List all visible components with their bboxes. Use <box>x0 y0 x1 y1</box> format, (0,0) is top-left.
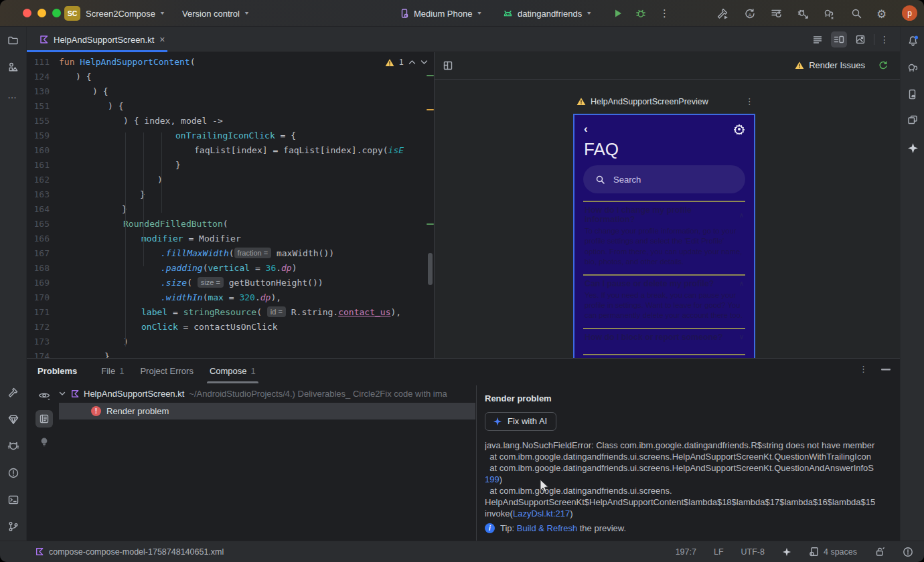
debug-button[interactable] <box>635 7 647 19</box>
code-line[interactable]: 155) { index, model -> <box>27 114 434 128</box>
tab-file[interactable]: File1 <box>101 359 124 383</box>
phone-preview-frame[interactable]: ‹ FAQ Search How do I change my profile … <box>573 114 755 358</box>
hide-panel-icon[interactable] <box>881 368 891 371</box>
run-configuration-selector[interactable]: datingandfriends▼ <box>502 0 592 27</box>
code-line[interactable]: 124) { <box>27 70 434 84</box>
indent-config[interactable]: 4 spaces <box>809 547 857 557</box>
tip-text[interactable]: Tip: Build & Refresh the preview. <box>500 523 626 533</box>
gradle-elephant-icon[interactable] <box>907 62 919 74</box>
editor-options-menu[interactable]: ⋮ <box>880 34 889 45</box>
close-tab-icon[interactable]: × <box>159 34 165 45</box>
window-minimize-button[interactable] <box>37 9 46 17</box>
running-devices-icon[interactable] <box>907 88 919 100</box>
next-issue-icon[interactable] <box>420 60 428 65</box>
code-line[interactable]: 161} <box>27 158 434 173</box>
event-log-icon[interactable] <box>903 547 913 557</box>
code-view-icon[interactable] <box>810 31 826 48</box>
code-line[interactable]: 171label = stringResource( id = R.string… <box>27 305 434 320</box>
preview-name-label[interactable]: HelpAndSupportScreenPreview ⋮ <box>576 96 751 106</box>
back-chevron-icon[interactable]: ‹ <box>584 122 588 136</box>
more-tool-windows-icon[interactable]: … <box>7 90 17 100</box>
editor-tab[interactable]: HelpAndSupportScreen.kt × <box>32 27 172 52</box>
code-line[interactable]: 151) { <box>27 99 434 114</box>
device-selector[interactable]: Medium Phone▼ <box>399 0 482 27</box>
code-line[interactable]: 159onTrailingIconClick = { <box>27 128 434 143</box>
git-branch-icon[interactable] <box>7 521 19 533</box>
attach-debugger-icon[interactable] <box>797 7 810 20</box>
code-line[interactable]: 165RoundedFilledButton( <box>27 217 434 231</box>
logcat-icon[interactable] <box>7 440 19 452</box>
user-avatar[interactable]: p <box>902 5 917 21</box>
ai-sparkle-icon[interactable] <box>782 547 791 557</box>
panel-title[interactable]: Problems <box>37 366 77 376</box>
chevron-down-icon[interactable] <box>59 391 66 396</box>
faq-search-field[interactable]: Search <box>583 165 745 193</box>
tab-project-errors[interactable]: Project Errors <box>140 359 193 383</box>
code-line[interactable]: 169.size( size = getButtonHeight()) <box>27 276 434 290</box>
render-issues-button[interactable]: Render Issues <box>795 60 888 70</box>
notifications-bell-icon[interactable] <box>907 35 919 48</box>
faq-item[interactable]: How do I block or report someone?∨ <box>583 328 745 354</box>
lightbulb-icon[interactable] <box>35 434 53 451</box>
render-problem-row[interactable]: ! Render problem <box>59 403 475 419</box>
resource-manager-icon[interactable] <box>7 62 19 73</box>
editor-scrollbar-thumb[interactable] <box>428 253 433 285</box>
problems-tool-window-icon[interactable] <box>7 467 19 479</box>
recent-changes-icon[interactable] <box>770 7 783 20</box>
settings-gear-icon[interactable] <box>734 124 745 134</box>
preview-options-menu[interactable]: ⋮ <box>745 96 754 106</box>
vcs-menu[interactable]: Version control▼ <box>182 0 250 27</box>
gradle-sync-icon[interactable] <box>823 7 836 20</box>
device-explorer-icon[interactable] <box>907 114 919 126</box>
code-line[interactable]: 170.widthIn(max = 320.dp), <box>27 290 434 305</box>
split-view-icon[interactable] <box>831 31 847 48</box>
app-quality-insights-icon[interactable] <box>7 413 19 426</box>
code-line[interactable]: 168.padding(vertical = 36.dp) <box>27 261 434 276</box>
project-folder-icon[interactable] <box>7 35 19 46</box>
expand-chevron-icon[interactable]: ∨ <box>739 333 744 341</box>
window-close-button[interactable] <box>23 9 31 17</box>
code-line[interactable]: 173) <box>27 335 434 349</box>
gemini-sparkle-icon[interactable] <box>907 142 919 155</box>
refresh-preview-icon[interactable] <box>878 60 888 70</box>
design-view-icon[interactable] <box>852 31 868 48</box>
code-line[interactable]: 111fun HelpAndSupportContent( <box>27 55 434 70</box>
unlock-icon[interactable] <box>874 547 885 557</box>
prev-issue-icon[interactable] <box>408 60 416 65</box>
fix-with-ai-button[interactable]: Fix with AI <box>485 412 556 431</box>
code-line[interactable]: 166modifier = Modifier <box>27 231 434 246</box>
preview-layout-grid-icon[interactable] <box>443 60 454 72</box>
faq-item[interactable]: How do I change my profile information?∧… <box>583 201 745 274</box>
code-line[interactable]: 174} <box>27 349 434 358</box>
problems-file-row[interactable]: HelpAndSupportScreen.kt ~/AndroidStudioP… <box>59 385 475 401</box>
code-line[interactable]: 162) <box>27 173 434 187</box>
line-separator[interactable]: LF <box>714 547 724 557</box>
file-encoding[interactable]: UTF-8 <box>741 547 765 557</box>
collapse-chevron-icon[interactable]: ∧ <box>739 280 744 287</box>
run-button[interactable] <box>612 7 624 19</box>
code-line[interactable]: 172onClick = contactUsOnClick <box>27 320 434 335</box>
search-everywhere-icon[interactable] <box>850 7 862 19</box>
collapse-chevron-icon[interactable]: ∧ <box>739 211 744 219</box>
caret-position[interactable]: 197:7 <box>676 547 696 557</box>
code-editor[interactable]: 111fun HelpAndSupportContent(124) {130) … <box>27 52 434 358</box>
apply-code-changes-icon[interactable]: A <box>743 7 756 20</box>
code-line[interactable]: 160faqList[index] = faqList[index].copy(… <box>27 143 434 158</box>
code-line[interactable]: 130) { <box>27 84 434 99</box>
window-zoom-button[interactable] <box>52 9 61 17</box>
more-actions-menu[interactable]: ⋮ <box>660 7 670 19</box>
code-line[interactable]: 163} <box>27 187 434 202</box>
code-line[interactable]: 164} <box>27 202 434 217</box>
inspections-widget[interactable]: 1 <box>385 58 428 67</box>
preview-eye-icon[interactable] <box>35 387 53 404</box>
project-menu[interactable]: Screen2Compose▼ <box>86 0 165 27</box>
build-tool-window-icon[interactable] <box>7 387 19 399</box>
show-details-icon[interactable] <box>35 410 53 428</box>
settings-gear-icon[interactable]: ⚙ <box>876 7 887 21</box>
build-run-icon[interactable] <box>716 7 729 20</box>
code-line[interactable]: 167.fillMaxWidth(fraction = maxWidth()) <box>27 246 434 261</box>
terminal-icon[interactable] <box>7 494 19 506</box>
tab-compose[interactable]: Compose1 <box>210 359 256 383</box>
faq-item[interactable]: Can I pause or delete my profile?∧Yes. I… <box>583 274 745 328</box>
status-current-file[interactable]: compose-compose-model-1758748140651.xml <box>35 547 224 557</box>
